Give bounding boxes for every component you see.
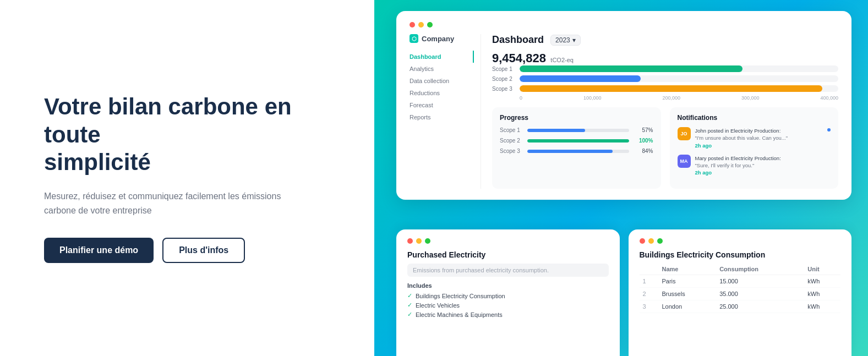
sidebar-item-reports[interactable]: Reports (410, 111, 474, 123)
bottom-cards: Purchased Electricity Emissions from pur… (374, 229, 868, 356)
sidebar-item-dashboard[interactable]: Dashboard (410, 51, 474, 63)
progress-scope1: Scope 1 57% (500, 127, 653, 133)
demo-button[interactable]: Planifier une démo (44, 238, 154, 263)
check-icon-1: ✓ (407, 292, 412, 299)
progress-scope2: Scope 2 100% (500, 138, 653, 144)
notif-ma: MA Mary posted in Electricity Production… (678, 155, 831, 177)
includes-title: Includes (407, 282, 609, 289)
sidebar-item-analytics[interactable]: Analytics (410, 63, 474, 75)
sidebar-item-forecast[interactable]: Forecast (410, 99, 474, 111)
heading-line1: Votre bilan carbone en toute (44, 94, 292, 147)
dashboard-title: Dashboard (492, 34, 544, 46)
table-row: 2 Brussels 35.000 kWh (640, 288, 841, 300)
scope3-track (520, 85, 838, 92)
include-item-1: ✓ Buildings Electricity Consumption (407, 292, 609, 299)
progress-scope3: Scope 3 84% (500, 148, 653, 154)
scope1-label: Scope 1 (492, 66, 515, 72)
info-button[interactable]: Plus d'infos (162, 238, 245, 263)
year-selector[interactable]: 2023 ▾ (550, 35, 581, 46)
description-text: Mesurez, réduisez et communiquez facilem… (44, 189, 297, 217)
app-sidebar: Company Dashboard Analytics Data collect… (410, 34, 481, 189)
left-panel: Votre bilan carbone en toute simplicité … (0, 0, 374, 356)
sidebar-logo: Company (410, 34, 474, 43)
company-name: Company (422, 35, 454, 43)
scope2-label: Scope 2 (492, 76, 515, 82)
progress-title: Progress (500, 114, 653, 122)
avatar-ma: MA (678, 155, 691, 168)
notif-jo-quote: "I'm unsure about this value. Can you...… (695, 134, 788, 141)
window-controls (410, 22, 838, 28)
avatar-jo: JO (678, 127, 691, 140)
notif-ma-time: 2h ago (695, 169, 781, 176)
bottom-row: Progress Scope 1 57% Scope 2 (492, 107, 838, 189)
bar-chart: Scope 1 Scope 2 Scope 3 (492, 65, 838, 101)
check-icon-3: ✓ (407, 311, 412, 318)
main-heading: Votre bilan carbone en toute simplicité (44, 93, 330, 176)
dashboard-main: Dashboard 2023 ▾ 9,454,828 tCO2-eq Scope… (481, 34, 838, 189)
notif-jo: JO John posted in Electricity Production… (678, 127, 831, 149)
buildings-card-title: Buildings Electricity Consumption (640, 250, 841, 259)
total-unit: tCO2-eq (550, 57, 574, 63)
scope3-bar-row: Scope 3 (492, 85, 838, 92)
include-item-2: ✓ Electric Vehicles (407, 302, 609, 309)
scope1-bar-row: Scope 1 (492, 65, 838, 72)
buildings-electricity-card: Buildings Electricity Consumption Name C… (629, 229, 852, 356)
scope2-bar-row: Scope 2 (492, 75, 838, 82)
purchased-electricity-card: Purchased Electricity Emissions from pur… (396, 229, 620, 356)
cta-buttons: Planifier une démo Plus d'infos (44, 238, 330, 263)
heading-line2: simplicité (44, 149, 151, 175)
dashboard-card: Company Dashboard Analytics Data collect… (396, 11, 851, 200)
check-icon-2: ✓ (407, 302, 412, 309)
close-dot (410, 22, 415, 28)
progress-box: Progress Scope 1 57% Scope 2 (492, 107, 661, 189)
dashboard-header: Dashboard 2023 ▾ (492, 34, 838, 46)
company-icon (410, 34, 418, 43)
minimize-dot (418, 22, 424, 28)
bar-axis: 0 100,000 200,000 300,000 400,000 (492, 95, 838, 101)
card3-window-controls (640, 238, 841, 244)
total-value: 9,454,828 (492, 51, 546, 65)
notifications-box: Notifications JO John posted in Electric… (670, 107, 839, 189)
right-panel: Company Dashboard Analytics Data collect… (374, 0, 868, 356)
scope3-label: Scope 3 (492, 86, 515, 92)
total-emissions: 9,454,828 tCO2-eq (492, 51, 838, 65)
scope2-fill (520, 75, 641, 82)
notif-ma-quote: "Sure, I'll verify it for you." (695, 162, 781, 169)
buildings-table: Name Consumption Unit 1 Paris 15.000 kWh… (640, 264, 841, 313)
sidebar-item-data-collection[interactable]: Data collection (410, 75, 474, 87)
maximize-dot (427, 22, 433, 28)
notifications-title: Notifications (678, 114, 831, 122)
electricity-card-title: Purchased Electricity (407, 250, 609, 259)
scope3-fill (520, 85, 822, 92)
notif-jo-time: 2h ago (695, 142, 788, 149)
notif-ma-name: Mary posted in Electricity Production: (695, 155, 781, 162)
electricity-card-desc: Emissions from purchased electricity con… (407, 264, 609, 277)
table-header-row: Name Consumption Unit (640, 264, 841, 275)
card2-window-controls (407, 238, 609, 244)
table-row: 1 Paris 15.000 kWh (640, 275, 841, 288)
scope2-track (520, 75, 838, 82)
notif-jo-name: John posted in Electricity Production: (695, 127, 788, 134)
include-item-3: ✓ Electric Machines & Equipments (407, 311, 609, 318)
table-row: 3 London 25.000 kWh (640, 300, 841, 313)
scope1-track (520, 65, 838, 72)
notif-jo-dot (827, 128, 831, 132)
scope1-fill (520, 65, 743, 72)
sidebar-item-reductions[interactable]: Reductions (410, 87, 474, 99)
